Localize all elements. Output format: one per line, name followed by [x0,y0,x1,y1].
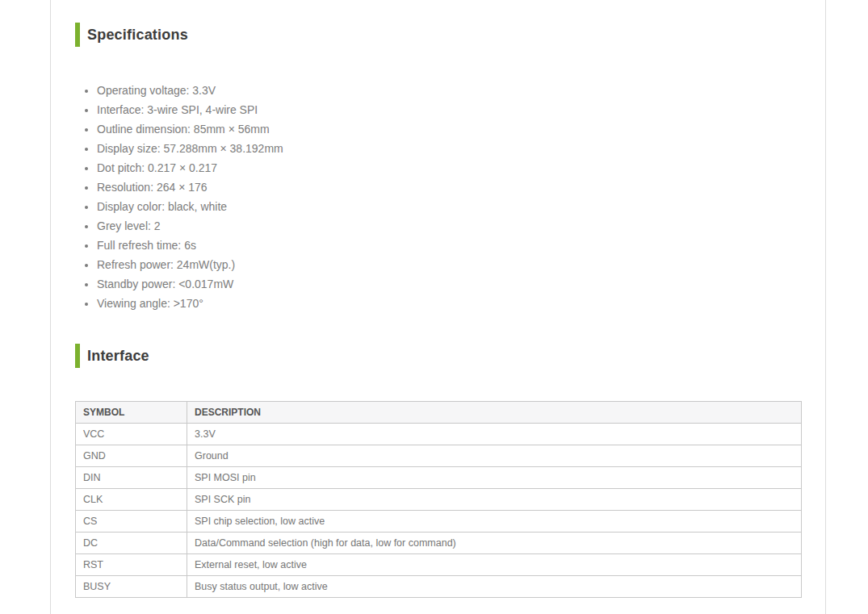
table-row: DCData/Command selection (high for data,… [76,533,802,554]
description-cell: SPI chip selection, low active [187,511,802,533]
spec-list-item: Interface: 3-wire SPI, 4-wire SPI [97,100,801,119]
spec-list-item: Viewing angle: >170° [97,294,801,313]
description-cell: SPI SCK pin [187,489,802,511]
table-header-description: DESCRIPTION [187,402,802,424]
heading-accent-bar [75,23,80,47]
interface-section: Interface SYMBOL DESCRIPTION VCC3.3VGNDG… [75,344,801,598]
spec-list-item: Grey level: 2 [97,216,801,236]
spec-list-item: Resolution: 264 × 176 [97,178,801,197]
symbol-cell: DIN [76,467,187,489]
spec-list-item: Outline dimension: 85mm × 56mm [97,119,801,139]
interface-table-body: VCC3.3VGNDGroundDINSPI MOSI pinCLKSPI SC… [76,424,802,598]
spec-list-item: Standby power: <0.017mW [97,274,801,294]
specifications-section: Specifications Operating voltage: 3.3VIn… [75,23,801,313]
description-cell: Busy status output, low active [187,576,802,598]
interface-heading-text: Interface [87,348,149,365]
table-header-row: SYMBOL DESCRIPTION [76,402,802,424]
spec-list-item: Dot pitch: 0.217 × 0.217 [97,158,801,178]
spec-list-item: Display size: 57.288mm × 38.192mm [97,139,801,158]
spec-list-item: Full refresh time: 6s [97,236,801,255]
table-row: BUSYBusy status output, low active [76,576,802,598]
symbol-cell: VCC [76,424,187,445]
table-row: VCC3.3V [76,424,802,445]
specifications-heading-text: Specifications [87,27,188,44]
heading-accent-bar [75,344,80,368]
description-cell: SPI MOSI pin [187,467,802,489]
table-row: DINSPI MOSI pin [76,467,802,489]
description-cell: Data/Command selection (high for data, l… [187,533,802,554]
table-row: GNDGround [76,445,802,467]
symbol-cell: DC [76,533,187,554]
description-cell: 3.3V [187,424,802,445]
symbol-cell: GND [76,445,187,467]
interface-heading: Interface [75,344,801,368]
description-cell: External reset, low active [187,554,802,576]
interface-table-head: SYMBOL DESCRIPTION [76,402,802,424]
table-row: CSSPI chip selection, low active [76,511,802,533]
symbol-cell: CS [76,511,187,533]
spec-list-item: Operating voltage: 3.3V [97,81,801,100]
table-header-symbol: SYMBOL [76,402,187,424]
spec-list-item: Display color: black, white [97,197,801,216]
spec-list-item: Refresh power: 24mW(typ.) [97,255,801,274]
symbol-cell: BUSY [76,576,187,598]
interface-table: SYMBOL DESCRIPTION VCC3.3VGNDGroundDINSP… [75,401,802,598]
symbol-cell: CLK [76,489,187,511]
table-row: RSTExternal reset, low active [76,554,802,576]
page: Specifications Operating voltage: 3.3VIn… [0,0,868,614]
specifications-list: Operating voltage: 3.3VInterface: 3-wire… [75,81,801,313]
content-panel: Specifications Operating voltage: 3.3VIn… [50,0,826,614]
symbol-cell: RST [76,554,187,576]
specifications-heading: Specifications [75,23,801,47]
table-row: CLKSPI SCK pin [76,489,802,511]
description-cell: Ground [187,445,802,467]
